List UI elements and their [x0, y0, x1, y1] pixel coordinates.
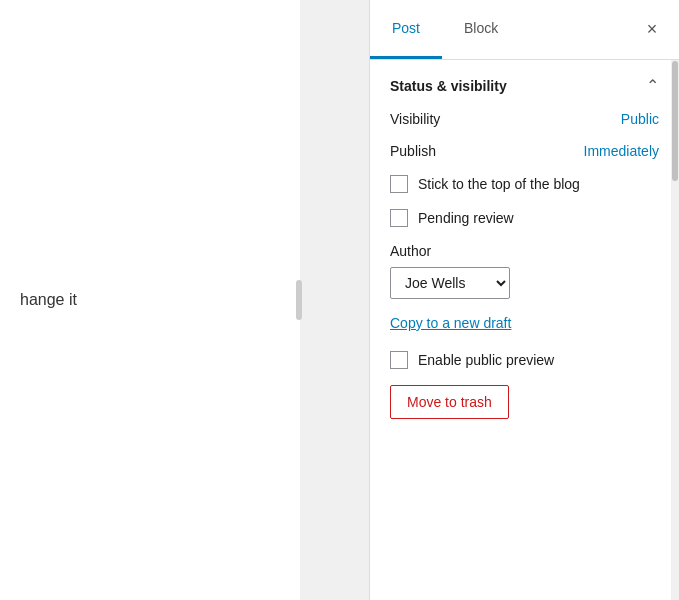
editor-text: hange it — [20, 291, 77, 309]
editor-area: hange it — [0, 0, 300, 600]
sidebar-panel: Post Block × Status & visibility ⌃ Visib… — [369, 0, 679, 600]
enable-preview-row: Enable public preview — [390, 351, 659, 369]
publish-value[interactable]: Immediately — [584, 143, 659, 159]
tab-block[interactable]: Block — [442, 0, 520, 59]
chevron-up-icon[interactable]: ⌃ — [646, 76, 659, 95]
panel-content: Status & visibility ⌃ Visibility Public … — [370, 60, 679, 600]
tabs-header: Post Block × — [370, 0, 679, 60]
pending-review-row: Pending review — [390, 209, 659, 227]
publish-label: Publish — [390, 143, 436, 159]
stick-to-top-row: Stick to the top of the blog — [390, 175, 659, 193]
author-select[interactable]: Joe Wells — [390, 267, 510, 299]
pending-review-label: Pending review — [418, 210, 514, 226]
publish-row: Publish Immediately — [390, 143, 659, 159]
visibility-value[interactable]: Public — [621, 111, 659, 127]
visibility-row: Visibility Public — [390, 111, 659, 127]
pending-review-checkbox[interactable] — [390, 209, 408, 227]
visibility-label: Visibility — [390, 111, 440, 127]
tab-post[interactable]: Post — [370, 0, 442, 59]
enable-preview-checkbox[interactable] — [390, 351, 408, 369]
section-title: Status & visibility — [390, 78, 507, 94]
scrollbar-track — [671, 60, 679, 600]
stick-to-top-label: Stick to the top of the blog — [418, 176, 580, 192]
move-to-trash-button[interactable]: Move to trash — [390, 385, 509, 419]
scrollbar-thumb[interactable] — [672, 61, 678, 181]
status-visibility-section: Status & visibility ⌃ Visibility Public … — [370, 60, 679, 435]
author-section: Author Joe Wells — [390, 243, 659, 299]
copy-draft-link[interactable]: Copy to a new draft — [390, 315, 659, 331]
resize-handle[interactable] — [296, 280, 302, 320]
enable-preview-label: Enable public preview — [418, 352, 554, 368]
stick-to-top-checkbox[interactable] — [390, 175, 408, 193]
close-button[interactable]: × — [637, 15, 667, 45]
author-label: Author — [390, 243, 659, 259]
section-header: Status & visibility ⌃ — [390, 76, 659, 95]
